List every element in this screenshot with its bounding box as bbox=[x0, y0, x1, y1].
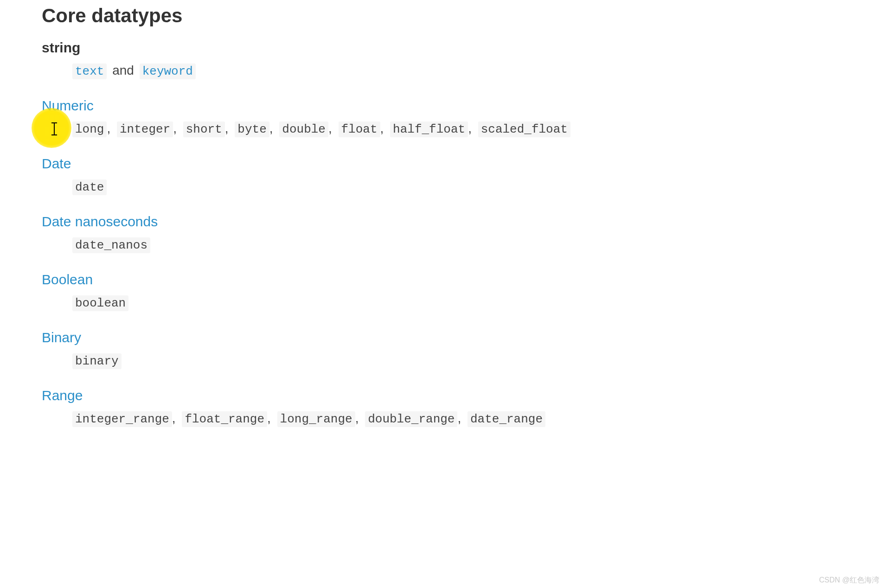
numeric-row: long, integer, short, byte, double, floa… bbox=[42, 121, 830, 136]
code-text[interactable]: text bbox=[72, 64, 107, 79]
code-date-nanos: date_nanos bbox=[72, 237, 150, 253]
string-row: text and keyword bbox=[42, 63, 830, 78]
highlight-circle bbox=[32, 108, 71, 148]
code-scaled-float: scaled_float bbox=[478, 121, 570, 137]
comma: , bbox=[457, 411, 461, 425]
code-float-range: float_range bbox=[182, 411, 267, 427]
comma: , bbox=[328, 121, 332, 135]
code-double: double bbox=[279, 121, 328, 137]
section-heading-numeric[interactable]: Numeric bbox=[42, 98, 830, 114]
boolean-row: boolean bbox=[42, 295, 830, 310]
range-row: integer_range, float_range, long_range, … bbox=[42, 411, 830, 426]
comma: , bbox=[225, 121, 229, 135]
connector-and: and bbox=[112, 63, 134, 77]
section-heading-boolean[interactable]: Boolean bbox=[42, 272, 830, 288]
binary-row: binary bbox=[42, 353, 830, 368]
comma: , bbox=[380, 121, 384, 135]
date-nanos-row: date_nanos bbox=[42, 237, 830, 252]
doc-page: Core datatypes string text and keyword N… bbox=[0, 0, 830, 449]
page-title: Core datatypes bbox=[42, 5, 830, 27]
date-row: date bbox=[42, 179, 830, 194]
code-double-range: double_range bbox=[365, 411, 457, 427]
code-half-float: half_float bbox=[390, 121, 468, 137]
code-integer: integer bbox=[117, 121, 173, 137]
code-long-range: long_range bbox=[277, 411, 355, 427]
comma: , bbox=[269, 121, 273, 135]
text-cursor-icon bbox=[54, 123, 55, 135]
code-short: short bbox=[183, 121, 225, 137]
section-heading-date-nanos[interactable]: Date nanoseconds bbox=[42, 214, 830, 230]
code-long: long bbox=[72, 121, 107, 137]
code-keyword[interactable]: keyword bbox=[140, 64, 196, 79]
section-heading-string: string bbox=[42, 40, 830, 56]
section-heading-binary[interactable]: Binary bbox=[42, 330, 830, 345]
comma: , bbox=[172, 411, 176, 425]
code-integer-range: integer_range bbox=[72, 411, 172, 427]
code-byte: byte bbox=[235, 121, 269, 137]
code-binary: binary bbox=[72, 353, 122, 369]
code-float: float bbox=[339, 121, 380, 137]
comma: , bbox=[355, 411, 359, 425]
code-date-range: date_range bbox=[468, 411, 545, 427]
comma: , bbox=[107, 121, 110, 135]
comma: , bbox=[173, 121, 177, 135]
section-heading-date[interactable]: Date bbox=[42, 156, 830, 172]
comma: , bbox=[468, 121, 472, 135]
code-boolean: boolean bbox=[72, 295, 128, 311]
code-date: date bbox=[72, 179, 107, 195]
comma: , bbox=[267, 411, 271, 425]
section-heading-range[interactable]: Range bbox=[42, 388, 830, 403]
